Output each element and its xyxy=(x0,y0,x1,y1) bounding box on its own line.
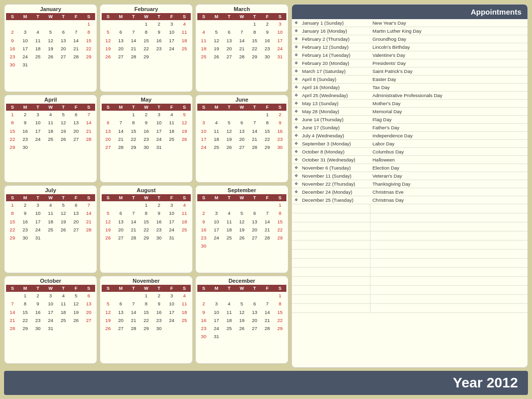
calendar-september: SeptemberSMTWTFS123456789101112131415161… xyxy=(195,185,288,273)
diamond-icon: ❖ xyxy=(292,108,300,115)
day-header: S xyxy=(178,13,191,20)
calendar-day: 4 xyxy=(44,111,57,119)
calendar-day: 1 xyxy=(19,292,31,300)
calendar-day: 13 xyxy=(69,209,82,217)
calendar-day xyxy=(69,325,82,333)
calendar-day: 10 xyxy=(165,209,178,217)
day-header: M xyxy=(19,285,31,292)
day-header: T xyxy=(248,13,261,20)
calendar-header-may: May xyxy=(102,97,191,103)
calendar-day xyxy=(197,61,210,62)
calendar-day: 28 xyxy=(261,234,273,242)
calendar-day: 14 xyxy=(261,218,273,226)
day-header: W xyxy=(140,194,153,201)
day-header: M xyxy=(210,285,222,292)
calendar-day: 25 xyxy=(32,53,44,61)
calendar-day: 12 xyxy=(102,37,114,45)
calendar-day: 10 xyxy=(210,308,222,316)
holiday-name: Christmas Day xyxy=(370,196,527,204)
calendar-day: 8 xyxy=(140,28,153,36)
calendar-day xyxy=(114,151,127,152)
calendar-header-july: July xyxy=(6,187,95,193)
diamond-icon: ❖ xyxy=(292,164,300,172)
calendar-day: 27 xyxy=(114,325,127,333)
holiday-name: Veteran's Day xyxy=(370,172,527,180)
calendar-day xyxy=(102,61,114,62)
calendar-day: 25 xyxy=(178,316,191,325)
calendar-day: 5 xyxy=(102,209,114,217)
calendar-day: 2 xyxy=(153,20,165,28)
day-header: T xyxy=(153,13,165,20)
calendar-day: 8 xyxy=(261,119,273,127)
calendar-day xyxy=(83,61,95,69)
appointment-row: ❖February 12 (Sunday)Lincoln's Birthday xyxy=(292,43,527,51)
calendar-day: 5 xyxy=(102,300,114,308)
calendar-day: 23 xyxy=(197,325,210,333)
calendar-day: 25 xyxy=(44,135,57,143)
calendar-day: 17 xyxy=(165,37,178,45)
calendar-day: 30 xyxy=(153,325,165,333)
calendar-day xyxy=(102,201,114,209)
day-header: T xyxy=(223,194,236,201)
calendar-day: 12 xyxy=(69,300,82,308)
calendar-day: 12 xyxy=(223,127,236,135)
calendar-day: 16 xyxy=(6,45,19,53)
calendar-day xyxy=(274,333,286,341)
calendar-day xyxy=(19,20,31,28)
calendar-day xyxy=(178,333,191,334)
calendar-day: 20 xyxy=(69,127,82,135)
diamond-icon: ❖ xyxy=(292,100,300,107)
holiday-date: December 25 (Tuesday) xyxy=(300,196,370,204)
calendar-day: 29 xyxy=(248,53,261,61)
calendar-day: 16 xyxy=(19,127,31,135)
holiday-name: Flag Day xyxy=(370,116,527,123)
calendar-day: 20 xyxy=(223,45,236,53)
calendar-day: 14 xyxy=(6,308,19,316)
calendar-day: 17 xyxy=(44,308,57,316)
calendar-day: 16 xyxy=(153,37,165,45)
calendar-day: 24 xyxy=(165,316,178,325)
calendar-day: 16 xyxy=(274,127,286,135)
calendar-day: 14 xyxy=(83,209,95,217)
calendar-day xyxy=(57,234,69,242)
calendar-day: 1 xyxy=(274,201,286,209)
calendar-day: 6 xyxy=(248,209,261,217)
day-header: T xyxy=(32,285,44,292)
calendar-day: 15 xyxy=(248,37,261,45)
calendar-day xyxy=(261,242,273,250)
calendar-day: 11 xyxy=(165,119,178,127)
calendar-day xyxy=(83,151,95,152)
calendar-day: 16 xyxy=(197,316,210,325)
day-header: S xyxy=(102,13,114,20)
day-header: T xyxy=(223,285,236,292)
day-header: T xyxy=(223,13,236,20)
calendar-day: 14 xyxy=(69,37,82,45)
calendar-day: 21 xyxy=(83,127,95,135)
calendar-day: 28 xyxy=(127,234,140,242)
appointment-row: ❖May 13 (Sunday)Mother's Day xyxy=(292,100,527,108)
calendar-day xyxy=(69,143,82,151)
calendar-header-december: December xyxy=(197,278,286,284)
calendar-day: 10 xyxy=(44,300,57,308)
calendar-day: 27 xyxy=(114,234,127,242)
calendar-day: 4 xyxy=(197,28,210,36)
calendar-day xyxy=(236,20,248,28)
calendar-day: 17 xyxy=(165,218,178,226)
calendar-day: 15 xyxy=(6,127,19,135)
calendar-day: 3 xyxy=(210,300,222,308)
calendar-day: 1 xyxy=(274,292,286,300)
calendar-day: 21 xyxy=(261,316,273,325)
calendar-day xyxy=(6,20,19,28)
calendar-day xyxy=(127,333,140,334)
day-header: T xyxy=(57,104,69,111)
calendar-day: 27 xyxy=(248,234,261,242)
calendar-day: 17 xyxy=(274,37,286,45)
holiday-date: June 17 (Sunday) xyxy=(300,124,370,131)
calendar-november: NovemberSMTWTFS1234567891011121314151617… xyxy=(100,276,193,364)
calendar-day: 18 xyxy=(57,308,69,316)
diamond-icon: ❖ xyxy=(292,132,300,139)
day-header: W xyxy=(140,104,153,111)
calendar-day: 19 xyxy=(236,226,248,234)
day-header: W xyxy=(236,194,248,201)
year-footer: Year 2012 xyxy=(4,371,528,395)
